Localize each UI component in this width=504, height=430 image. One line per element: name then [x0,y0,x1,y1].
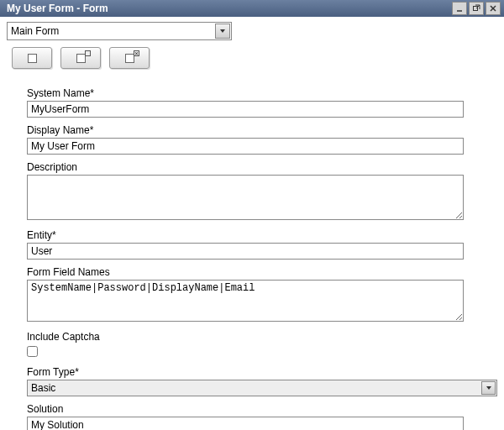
view-dropdown[interactable]: Main Form [7,22,232,40]
form-type-select[interactable]: Basic [27,380,497,396]
body-pane: Main Form ✕ System Name* Display Name* D… [0,17,504,430]
display-name-input[interactable] [27,138,464,155]
toolbar-button-2[interactable] [60,47,101,69]
close-button[interactable] [486,2,501,15]
entity-label: Entity* [27,229,477,241]
view-dropdown-value: Main Form [11,25,59,37]
toolbar-button-3[interactable]: ✕ [109,47,150,69]
system-name-input[interactable] [27,101,464,118]
window-title: My User Form - Form [7,3,452,14]
chevron-down-icon [481,381,496,395]
include-captcha-label: Include Captcha [27,331,477,343]
close-icon [489,4,497,13]
include-captcha-checkbox[interactable] [27,346,38,357]
solution-input[interactable] [27,417,464,430]
minimize-icon [455,4,464,13]
square-icon [28,54,37,63]
badge-icon: ✕ [134,50,139,56]
toolbar-button-1[interactable] [12,47,52,69]
form-field-names-textarea[interactable] [27,280,464,322]
form-field-names-label: Form Field Names [27,266,477,278]
popout-button[interactable] [469,2,484,15]
window-titlebar: My User Form - Form [0,0,504,17]
popout-icon [472,4,480,13]
form-type-label: Form Type* [27,366,477,378]
display-name-label: Display Name* [27,124,477,136]
description-label: Description [27,161,477,173]
form-area: System Name* Display Name* Description E… [7,69,497,430]
system-name-label: System Name* [27,87,477,99]
svg-rect-1 [474,7,478,11]
svg-marker-5 [220,29,225,33]
solution-label: Solution [27,403,477,415]
description-textarea[interactable] [27,175,464,220]
minimize-button[interactable] [452,2,467,15]
square-icon [125,54,134,63]
toolbar: ✕ [12,47,497,69]
window-controls [452,2,501,15]
entity-input[interactable] [27,243,464,260]
svg-marker-6 [486,386,491,390]
badge-icon [85,50,91,56]
form-type-value: Basic [31,382,55,394]
chevron-down-icon [215,24,230,39]
square-icon [76,54,86,63]
